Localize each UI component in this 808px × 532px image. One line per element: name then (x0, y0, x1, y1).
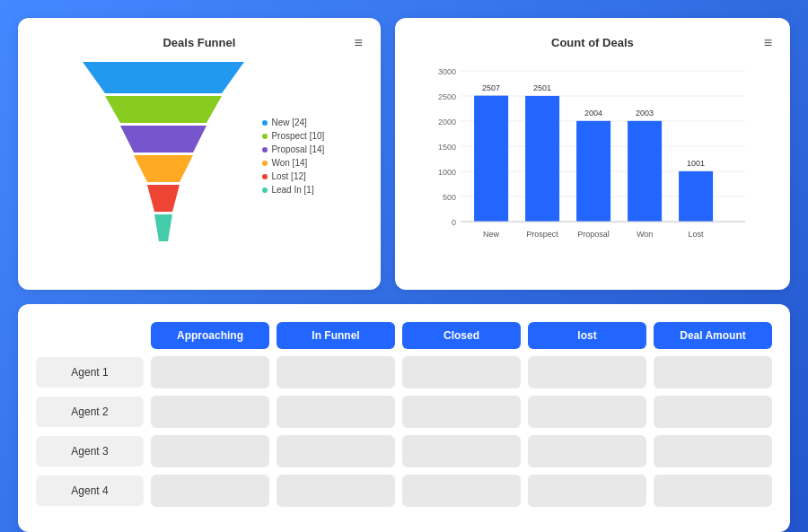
col-header-dealamount[interactable]: Deal Amount (654, 322, 772, 349)
svg-text:2500: 2500 (438, 92, 456, 101)
svg-text:Proposal: Proposal (577, 230, 610, 239)
svg-text:1500: 1500 (438, 143, 456, 152)
agent-2-approaching (151, 396, 269, 428)
funnel-card-header: Deals Funnel ≡ (36, 36, 363, 49)
agent-4-approaching (151, 475, 269, 507)
funnel-dot-prospect (262, 134, 268, 139)
funnel-label-won: Won [14] (262, 158, 324, 168)
svg-rect-29 (628, 121, 662, 222)
funnel-dot-won (262, 161, 268, 166)
funnel-dot-lost (262, 174, 268, 179)
agent-1-infunnel (277, 356, 395, 388)
svg-rect-32 (679, 171, 713, 222)
funnel-label-lost: Lost [12] (262, 171, 324, 181)
agent-2-dealamount (654, 396, 772, 428)
table-row-3: Agent 3 (36, 435, 772, 467)
agent-3-dealamount (654, 435, 772, 467)
funnel-title: Deals Funnel (162, 36, 235, 49)
main-container: Deals Funnel ≡ (18, 18, 790, 532)
funnel-label-leadin: Lead In [1] (262, 185, 324, 195)
agent-3-closed (402, 435, 521, 467)
agent-1-approaching (151, 356, 269, 388)
funnel-menu-icon[interactable]: ≡ (354, 36, 362, 50)
agent-3-label: Agent 3 (36, 436, 144, 467)
agent-4-infunnel (277, 475, 395, 507)
table-card: Approaching In Funnel Closed lost Deal A… (18, 304, 790, 532)
svg-text:500: 500 (443, 193, 456, 202)
svg-text:3000: 3000 (438, 67, 456, 76)
funnel-label-proposal: Proposal [14] (262, 144, 324, 154)
bar-card: Count of Deals ≡ 3000 2500 2000 1500 100… (395, 18, 790, 290)
agent-4-label: Agent 4 (36, 475, 144, 506)
svg-text:1000: 1000 (438, 168, 456, 177)
funnel-labels: New [24] Prospect [10] Proposal [14] Won… (262, 118, 324, 195)
svg-marker-2 (120, 126, 206, 153)
svg-text:2004: 2004 (584, 109, 602, 118)
svg-text:0: 0 (452, 218, 456, 227)
svg-marker-3 (134, 155, 193, 182)
bar-chart-title: Count of Deals (551, 36, 634, 49)
funnel-label-prospect: Prospect [10] (262, 131, 324, 141)
table-row-4: Agent 4 (36, 475, 772, 507)
bar-card-header: Count of Deals ≡ (413, 36, 772, 49)
agent-2-label: Agent 2 (36, 397, 144, 427)
table-row-1: Agent 1 (36, 356, 772, 388)
table-header-row: Approaching In Funnel Closed lost Deal A… (36, 322, 772, 349)
agent-4-closed (402, 475, 521, 507)
svg-marker-5 (154, 214, 172, 241)
table-container: Approaching In Funnel Closed lost Deal A… (36, 322, 772, 507)
agent-3-infunnel (277, 435, 395, 467)
funnel-dot-proposal (262, 147, 268, 153)
col-header-lost[interactable]: lost (528, 322, 646, 349)
svg-rect-20 (474, 96, 508, 222)
funnel-content: New [24] Prospect [10] Proposal [14] Won… (36, 62, 363, 250)
funnel-svg (74, 62, 253, 250)
svg-text:Lost: Lost (688, 230, 704, 239)
agent-3-lost (528, 435, 646, 467)
bar-chart-svg: 3000 2500 2000 1500 1000 500 0 (413, 62, 772, 268)
svg-text:New: New (483, 230, 500, 239)
svg-marker-4 (147, 185, 180, 212)
funnel-dot-leadin (262, 188, 268, 193)
svg-marker-1 (105, 96, 222, 123)
funnel-dot-new (262, 120, 268, 126)
svg-text:2003: 2003 (636, 109, 654, 118)
agent-1-closed (402, 356, 521, 388)
agent-2-closed (402, 396, 521, 428)
svg-text:2507: 2507 (482, 83, 500, 92)
top-row: Deals Funnel ≡ (18, 18, 790, 290)
table-row-2: Agent 2 (36, 396, 772, 428)
svg-text:Prospect: Prospect (526, 230, 558, 239)
agent-4-dealamount (654, 475, 772, 507)
agent-3-approaching (151, 435, 269, 467)
agent-4-lost (528, 475, 646, 507)
agent-1-dealamount (654, 356, 772, 388)
col-header-infunnel[interactable]: In Funnel (277, 322, 395, 349)
agent-2-infunnel (277, 396, 395, 428)
funnel-label-new: New [24] (262, 118, 324, 127)
agent-2-lost (528, 396, 646, 428)
svg-text:1001: 1001 (687, 159, 705, 168)
svg-text:2000: 2000 (438, 118, 456, 126)
bar-menu-icon[interactable]: ≡ (764, 36, 772, 50)
svg-text:2501: 2501 (533, 83, 551, 92)
funnel-card: Deals Funnel ≡ (18, 18, 381, 290)
agent-1-lost (528, 356, 646, 388)
svg-rect-26 (576, 121, 610, 222)
col-header-approaching[interactable]: Approaching (151, 322, 269, 349)
svg-rect-23 (525, 96, 559, 222)
bar-chart-area: 3000 2500 2000 1500 1000 500 0 (413, 62, 772, 272)
col-header-closed[interactable]: Closed (402, 322, 521, 349)
agent-1-label: Agent 1 (36, 357, 144, 388)
svg-marker-0 (83, 62, 244, 93)
svg-text:Won: Won (637, 230, 653, 239)
